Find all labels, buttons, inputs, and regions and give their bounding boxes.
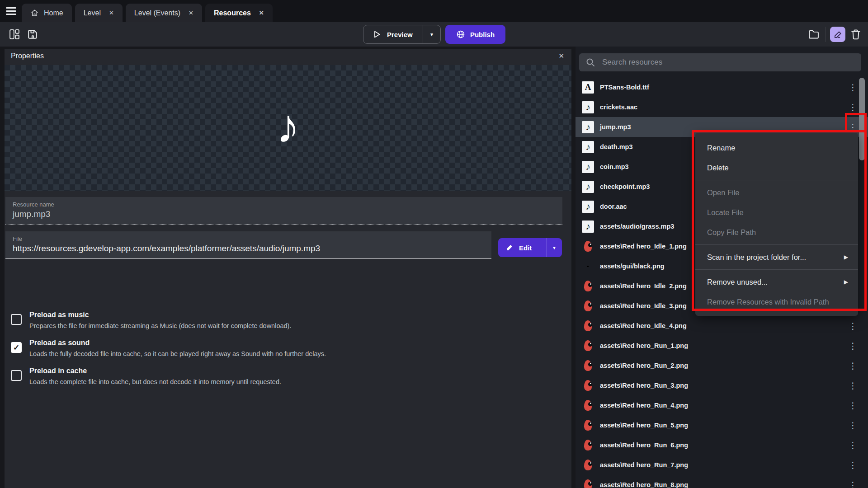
option-label: Preload as sound — [29, 339, 508, 347]
preload-as-music-row: Preload as music Prepares the file for i… — [11, 311, 508, 329]
preload-as-sound-checkbox[interactable] — [11, 342, 22, 353]
resource-row[interactable]: assets\Red hero_Idle_4.png — [576, 316, 868, 336]
kebab-menu-icon[interactable] — [849, 461, 857, 469]
trash-icon[interactable] — [849, 28, 862, 41]
resource-row[interactable]: assets\Red hero_Run_8.png — [576, 475, 868, 488]
resource-row[interactable]: assets\Red hero_Run_3.png — [576, 375, 868, 395]
search-input[interactable] — [601, 57, 861, 67]
resource-name: death.mp3 — [600, 143, 633, 150]
play-icon — [373, 30, 381, 38]
resource-type-icon — [582, 221, 594, 233]
menu-item-rename[interactable]: Rename — [695, 138, 858, 158]
kebab-menu-icon[interactable] — [849, 481, 857, 488]
resource-type-icon — [582, 280, 594, 292]
home-icon — [30, 9, 39, 17]
file-field[interactable]: File https://resources.gdevelop-app.com/… — [5, 231, 491, 259]
resource-type-icon — [582, 240, 594, 253]
menu-item-remove-unused[interactable]: Remove unused... ▶ — [695, 272, 858, 292]
tab-close-icon[interactable]: ✕ — [189, 9, 193, 16]
resource-row[interactable]: assets\Red hero_Run_5.png — [576, 415, 868, 435]
tab-resources[interactable]: Resources ✕ — [205, 4, 273, 22]
resource-row[interactable]: assets\Red hero_Run_2.png — [576, 356, 868, 375]
divider — [695, 180, 858, 180]
menu-item-delete[interactable]: Delete — [695, 158, 858, 178]
resource-type-icon — [582, 161, 594, 173]
kebab-menu-icon[interactable] — [849, 123, 857, 131]
project-manager-panels-icon[interactable] — [8, 28, 21, 41]
preload-in-cache-checkbox[interactable] — [11, 370, 22, 381]
divider — [695, 269, 858, 270]
properties-panel: Properties ✕ ♪ Resource name jump.mp3 Fi… — [5, 49, 571, 488]
preload-as-sound-row: Preload as sound Loads the fully decoded… — [11, 339, 508, 357]
resource-name: assets\Red hero_Run_3.png — [600, 382, 688, 389]
tab-home[interactable]: Home — [22, 4, 72, 22]
kebab-menu-icon[interactable] — [849, 401, 857, 410]
preload-in-cache-row: Preload in cache Loads the complete file… — [11, 367, 508, 385]
kebab-menu-icon[interactable] — [849, 421, 857, 430]
resource-name-field[interactable]: Resource name jump.mp3 — [5, 197, 562, 225]
edit-mode-pencil-icon[interactable] — [830, 27, 845, 42]
resource-type-icon — [582, 419, 594, 432]
resource-row[interactable]: assets\Red hero_Run_1.png — [576, 336, 868, 356]
resource-type-icon — [582, 101, 594, 113]
preview-dropdown-caret-icon[interactable]: ▼ — [423, 32, 440, 37]
resource-name: assets\Red hero_Run_2.png — [600, 362, 688, 369]
resource-row[interactable]: assets\Red hero_Run_6.png — [576, 435, 868, 455]
tab-level[interactable]: Level ✕ — [75, 4, 123, 22]
resource-name: assets\Red hero_Run_4.png — [600, 402, 688, 409]
save-icon[interactable] — [26, 28, 39, 41]
tab-bar: Home Level ✕ Level (Events) ✕ Resources … — [0, 0, 868, 22]
resource-name: assets/audio/grass.mp3 — [600, 223, 674, 230]
divider — [826, 27, 826, 42]
tab-label: Home — [44, 9, 63, 17]
menu-item-locate-file: Locate File — [695, 202, 858, 222]
resource-row[interactable]: crickets.aac — [576, 97, 868, 117]
resource-name: assets\Red hero_Run_8.png — [600, 481, 688, 488]
kebab-menu-icon[interactable] — [849, 103, 857, 112]
preview-button[interactable]: Preview ▼ — [363, 25, 441, 44]
close-panel-icon[interactable]: ✕ — [558, 52, 564, 60]
preload-as-music-checkbox[interactable] — [11, 314, 22, 325]
submenu-arrow-icon: ▶ — [844, 272, 848, 292]
tab-close-icon[interactable]: ✕ — [259, 9, 264, 16]
file-label: File — [5, 231, 491, 242]
tab-label: Level (Events) — [134, 9, 180, 17]
resource-row[interactable]: assets\Red hero_Run_4.png — [576, 395, 868, 415]
resource-name: assets\Red hero_Idle_2.png — [600, 282, 687, 290]
publish-button[interactable]: Publish — [445, 25, 505, 44]
resource-row[interactable]: assets\Red hero_Run_7.png — [576, 455, 868, 475]
kebab-menu-icon[interactable] — [849, 381, 857, 390]
resource-row[interactable]: PTSans-Bold.ttf — [576, 77, 868, 97]
resource-type-icon — [582, 399, 594, 412]
resource-name: assets\Red hero_Idle_3.png — [600, 302, 687, 310]
search-bar — [579, 53, 861, 71]
resource-name: PTSans-Bold.ttf — [600, 84, 649, 91]
kebab-menu-icon[interactable] — [849, 361, 857, 370]
open-folder-icon[interactable] — [807, 28, 820, 41]
edit-button[interactable]: Edit ▼ — [498, 238, 562, 257]
resource-name: door.aac — [600, 203, 627, 210]
kebab-menu-icon[interactable] — [849, 322, 857, 330]
resource-name: assets\Red hero_Idle_4.png — [600, 322, 687, 329]
tab-close-icon[interactable]: ✕ — [109, 9, 114, 16]
kebab-menu-icon[interactable] — [849, 83, 857, 92]
menu-item-open-file: Open File — [695, 183, 858, 202]
submenu-arrow-icon: ▶ — [844, 247, 848, 267]
kebab-menu-icon[interactable] — [849, 441, 857, 450]
edit-dropdown-caret-icon[interactable]: ▼ — [547, 245, 562, 250]
resource-type-icon — [582, 300, 594, 312]
option-label: Preload as music — [29, 311, 508, 319]
option-description: Loads the fully decoded file into cache,… — [29, 347, 508, 357]
music-note-icon: ♪ — [276, 103, 300, 150]
menu-item-copy-file-path: Copy File Path — [695, 222, 858, 242]
resource-name: assets\Red hero_Run_1.png — [600, 342, 688, 349]
kebab-menu-icon[interactable] — [849, 342, 857, 350]
scrollbar-thumb[interactable] — [859, 78, 865, 160]
resource-name: jump.mp3 — [600, 123, 631, 131]
tab-level-events[interactable]: Level (Events) ✕ — [126, 4, 202, 22]
resource-preview-area: ♪ — [5, 65, 571, 191]
resource-type-icon — [582, 340, 594, 352]
resource-type-icon — [582, 141, 594, 153]
main-menu-icon[interactable] — [0, 0, 22, 22]
menu-item-scan-project-folder[interactable]: Scan in the project folder for... ▶ — [695, 247, 858, 267]
